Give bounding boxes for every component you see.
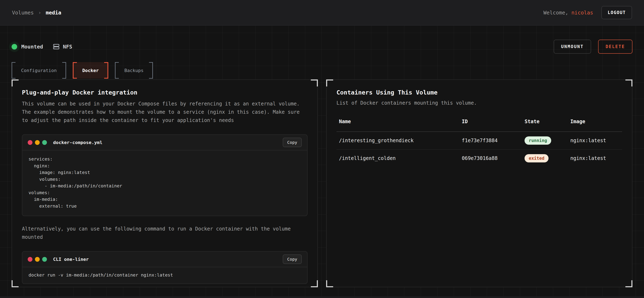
container-image: nginx:latest xyxy=(568,149,622,167)
delete-button[interactable]: DELETE xyxy=(598,40,632,54)
docker-integration-panel: Plug-and-play Docker integration This vo… xyxy=(12,79,318,287)
containers-table: Name ID State Image /interesting_grothen… xyxy=(336,119,622,167)
container-name: /interesting_grothendieck xyxy=(336,132,459,149)
compose-filename: docker-compose.yml xyxy=(53,140,102,145)
panel-corner-bracket xyxy=(311,79,318,86)
panel-corner-bracket xyxy=(311,280,318,287)
panel-corner-bracket xyxy=(626,280,632,287)
server-icon xyxy=(53,43,60,50)
container-id: f1e73e7f3884 xyxy=(459,132,522,149)
containers-panel-title: Containers Using This Volume xyxy=(336,89,622,96)
mounted-status-dot-icon xyxy=(12,44,17,49)
cli-code-content: docker run -v im-media:/path/in/containe… xyxy=(22,267,307,284)
container-name: /intelligent_colden xyxy=(336,149,459,167)
tab-configuration[interactable]: Configuration xyxy=(12,62,66,79)
compose-code-block: docker-compose.yml Copy services: nginx:… xyxy=(22,134,308,216)
panel-corner-bracket xyxy=(326,280,333,287)
window-dot-green-icon xyxy=(42,140,47,145)
status-badge: exited xyxy=(524,154,548,162)
cli-block-title: CLI one-liner xyxy=(53,257,89,262)
mounted-status-label: Mounted xyxy=(21,44,43,50)
breadcrumb-volumes-link[interactable]: Volumes xyxy=(12,10,34,16)
cli-code-block: CLI one-liner Copy docker run -v im-medi… xyxy=(22,251,308,284)
chevron-right-icon: › xyxy=(38,10,41,15)
docker-panel-title: Plug-and-play Docker integration xyxy=(22,89,308,96)
copy-compose-button[interactable]: Copy xyxy=(283,138,302,147)
column-header-name: Name xyxy=(336,119,459,132)
window-dot-amber-icon xyxy=(35,140,40,145)
window-dots xyxy=(28,257,47,262)
container-image: nginx:latest xyxy=(568,132,622,149)
main-content: Mounted NFS UNMOUNT DELETE Configuration… xyxy=(0,26,644,296)
bottom-divider xyxy=(0,296,644,298)
docker-panel-description: This volume can be used in your Docker C… xyxy=(22,100,308,125)
copy-cli-button[interactable]: Copy xyxy=(283,255,302,264)
volume-driver-label: NFS xyxy=(63,44,72,50)
compose-code-content: services: nginx: image: nginx:latest vol… xyxy=(22,150,307,216)
table-row: /interesting_grothendieck f1e73e7f3884 r… xyxy=(336,132,622,149)
containers-panel-subtitle: List of Docker containers mounting this … xyxy=(336,100,622,106)
unmount-button[interactable]: UNMOUNT xyxy=(554,40,591,54)
panel-corner-bracket xyxy=(626,79,632,86)
column-header-state: State xyxy=(522,119,568,132)
window-dot-red-icon xyxy=(28,257,32,262)
logout-button[interactable]: LOGOUT xyxy=(602,6,632,19)
column-header-id: ID xyxy=(459,119,522,132)
panel-corner-bracket xyxy=(12,280,18,287)
breadcrumb: Volumes › media xyxy=(12,10,61,16)
column-header-image: Image xyxy=(568,119,622,132)
container-id: 069e73016a88 xyxy=(459,149,522,167)
window-dots xyxy=(28,140,47,145)
volume-status-row: Mounted NFS UNMOUNT DELETE xyxy=(12,39,632,54)
tab-docker[interactable]: Docker xyxy=(73,62,108,79)
table-row: /intelligent_colden 069e73016a88 exited … xyxy=(336,149,622,167)
welcome-label: Welcome, xyxy=(543,10,571,16)
tab-backups[interactable]: Backups xyxy=(115,62,153,79)
username: nicolas xyxy=(572,10,593,16)
cli-intro-text: Alternatively, you can use the following… xyxy=(22,225,308,241)
breadcrumb-current-volume: media xyxy=(46,10,61,16)
window-dot-amber-icon xyxy=(35,257,40,262)
panel-corner-bracket xyxy=(326,79,333,86)
window-dot-red-icon xyxy=(28,140,32,145)
table-header-row: Name ID State Image xyxy=(336,119,622,132)
status-badge: running xyxy=(524,137,551,145)
topbar: Volumes › media Welcome, nicolas LOGOUT xyxy=(0,0,644,26)
tab-bar: Configuration Docker Backups xyxy=(12,62,632,79)
welcome-text: Welcome, nicolas xyxy=(543,10,593,16)
containers-panel: Containers Using This Volume List of Doc… xyxy=(326,79,632,287)
window-dot-green-icon xyxy=(42,257,47,262)
panel-corner-bracket xyxy=(12,79,18,86)
